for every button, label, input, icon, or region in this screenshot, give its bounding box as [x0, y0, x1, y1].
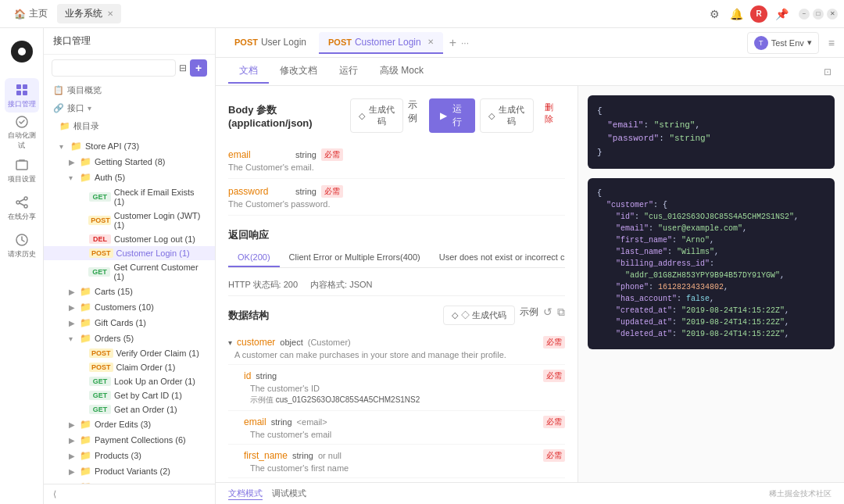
resp-tab-200[interactable]: OK(200)	[228, 248, 280, 267]
sidebar-item-interface[interactable]: 接口管理	[5, 78, 39, 113]
close-customer-login-tab-icon[interactable]: ✕	[427, 38, 434, 46]
tree-item-gift-cards[interactable]: ▶ 📁 Gift Cards (1)	[44, 315, 215, 331]
run-icon: ▶	[440, 110, 447, 121]
tree-item-claim-order[interactable]: ▶ POST Claim Order (1)	[44, 360, 215, 374]
struct-gen-code-label: ◇ 生成代码	[461, 309, 506, 321]
collapse-icon[interactable]: ⟨	[53, 489, 56, 499]
env-selector[interactable]: T Test Env ▾	[747, 32, 819, 54]
run-button[interactable]: ▶ 运行	[429, 98, 475, 133]
user-avatar[interactable]: R	[750, 5, 767, 23]
http-status: HTTP 状态码: 200	[228, 279, 298, 291]
sidebar-item-history[interactable]: 请求历史	[5, 228, 39, 263]
tree-item-products[interactable]: ▶ 📁 Products (3)	[44, 448, 215, 463]
response-code-block: { "customer": { "id": "cus_01G2S63OJ8C85…	[588, 178, 835, 349]
close-tab-icon[interactable]: ✕	[107, 9, 113, 18]
badge-get-by-cart: GET	[89, 391, 111, 400]
code-key-email: "email"	[597, 120, 643, 130]
close-button[interactable]: ✕	[827, 9, 838, 20]
resp-tab-400[interactable]: Client Error or Multiple Errors(400)	[280, 248, 430, 267]
customer-expand-arrow[interactable]: ▾	[228, 338, 232, 347]
tree-item-store-api[interactable]: ▾ 📁 Store API (73)	[44, 138, 215, 154]
tree-item-customer-login[interactable]: ▶ POST Customer Login (1)	[44, 246, 215, 260]
struct-reset-icon[interactable]: ↺	[543, 306, 553, 325]
gear-icon[interactable]: ⚙	[706, 6, 722, 22]
main-layout: 接口管理 自动化测试 项目设置 在线分享 请求历史	[0, 28, 844, 504]
tree-item-getting-started[interactable]: ▶ 📁 Getting Started (8)	[44, 154, 215, 170]
param-password-type: string	[295, 187, 316, 196]
minimize-button[interactable]: −	[799, 9, 810, 20]
topbar-icons: ⚙ 🔔 R 📌	[706, 5, 789, 23]
text-mode-label[interactable]: 文档模式	[228, 488, 263, 500]
struct-field-id: id string 必需 The customer's ID 示例值 cus_0…	[228, 365, 565, 411]
struct-header: 数据结构 ◇ ◇ 生成代码 示例 ↺ ⧉	[228, 306, 565, 325]
generate-code-button[interactable]: ◇ 生成代码	[350, 98, 404, 133]
tree-item-verify-order[interactable]: ▶ POST Verify Order Claim (1)	[44, 346, 215, 360]
delete-button[interactable]: 删除	[538, 98, 565, 133]
more-tabs-icon[interactable]: ···	[461, 38, 469, 48]
api-tab-customer-login[interactable]: POST Customer Login ✕	[319, 32, 443, 54]
env-chevron-icon: ▾	[807, 38, 812, 48]
search-input[interactable]	[52, 59, 176, 77]
tree-item-get-by-cart[interactable]: ▶ GET Get by Cart ID (1)	[44, 388, 215, 402]
tree-item-customer-login-jwt[interactable]: ▶ POST Customer Login (JWT) (1)	[44, 209, 215, 232]
gen-code-button-2[interactable]: ◇ 生成代码	[480, 98, 534, 133]
sub-tab-run[interactable]: 运行	[328, 59, 369, 84]
chevron-down-icon[interactable]: ▾	[88, 104, 91, 113]
home-tab[interactable]: 🏠 主页	[6, 4, 55, 23]
field-name-customer: customer	[237, 337, 275, 348]
add-tab-icon[interactable]: +	[449, 36, 456, 50]
code-icon-2: ◇	[488, 111, 495, 121]
tree-item-customer-logout[interactable]: ▶ DEL Customer Log out (1)	[44, 232, 215, 246]
leftnav-search-bar: ⊟ +	[44, 55, 215, 81]
sub-tab-advanced-mock[interactable]: 高级 Mock	[369, 59, 435, 84]
pin-icon[interactable]: 📌	[774, 6, 789, 22]
arrow-carts: ▶	[69, 288, 77, 296]
arrow-store-api: ▾	[59, 142, 67, 151]
active-tab[interactable]: 业务系统 ✕	[57, 4, 121, 23]
badge-post-verify-order: POST	[89, 349, 113, 358]
bell-icon[interactable]: 🔔	[728, 6, 744, 22]
maximize-button[interactable]: □	[813, 9, 824, 20]
svg-point-7	[16, 201, 20, 204]
tree-item-order-edits[interactable]: ▶ 📁 Order Edits (3)	[44, 416, 215, 432]
overview-label[interactable]: 项目概览	[67, 84, 102, 96]
sub-tab-modify[interactable]: 修改文档	[269, 59, 328, 84]
tree-item-look-up-order[interactable]: ▶ GET Look Up an Order (1)	[44, 374, 215, 388]
struct-field-email-row: email string <email> 必需	[244, 416, 565, 428]
tree-item-get-an-order[interactable]: ▶ GET Get an Order (1)	[44, 402, 215, 416]
tree-item-product-variants[interactable]: ▶ 📁 Product Variants (2)	[44, 463, 215, 479]
sidebar-item-project[interactable]: 项目设置	[5, 153, 39, 188]
resp-tab-401[interactable]: User does not exist or incorrect creden.…	[430, 248, 565, 267]
share-icon	[14, 195, 30, 210]
field-name-firstname: first_name	[244, 450, 288, 461]
tree-item-check-email[interactable]: ▶ GET Check if Email Exists (1)	[44, 185, 215, 209]
struct-gen-code-button[interactable]: ◇ ◇ 生成代码	[443, 306, 515, 325]
struct-copy-icon[interactable]: ⧉	[557, 306, 565, 325]
code-line-1: {	[597, 106, 603, 116]
svg-rect-0	[16, 84, 21, 89]
badge-get-current: GET	[88, 267, 110, 277]
tree-item-customers[interactable]: ▶ 📁 Customers (10)	[44, 299, 215, 315]
interface-label[interactable]: 接口	[67, 102, 84, 114]
menu-icon[interactable]: ≡	[828, 37, 835, 49]
expand-icon[interactable]: ⊡	[824, 66, 831, 77]
api-tab-user-login[interactable]: POST User Login	[225, 32, 316, 54]
tree-item-get-current-customer[interactable]: ▶ GET Get Current Customer (1)	[44, 260, 215, 284]
arrow-orders: ▾	[69, 334, 77, 343]
field-example-id-value: cus_01G2S63OJ8C85S4A5CHM2S1NS2	[276, 395, 420, 404]
sidebar-item-share[interactable]: 在线分享	[5, 191, 39, 225]
tree-item-auth[interactable]: ▾ 📁 Auth (5)	[44, 170, 215, 185]
tree-item-carts[interactable]: ▶ 📁 Carts (15)	[44, 284, 215, 299]
sub-tab-docs[interactable]: 文档	[228, 59, 269, 84]
param-email-name: email	[228, 149, 291, 160]
data-structure-section: 数据结构 ◇ ◇ 生成代码 示例 ↺ ⧉	[228, 306, 565, 478]
sub-tabs-bar: 文档 修改文档 运行 高级 Mock ⊡	[216, 58, 844, 86]
tree-item-orders[interactable]: ▾ 📁 Orders (5)	[44, 331, 215, 346]
filter-icon[interactable]: ⊟	[179, 63, 187, 73]
debug-mode-label[interactable]: 调试模式	[272, 488, 306, 499]
arrow-payment-collections: ▶	[69, 436, 77, 445]
root-label[interactable]: 根目录	[73, 120, 99, 132]
sidebar-item-automation[interactable]: 自动化测试	[5, 116, 39, 150]
add-button[interactable]: +	[190, 59, 207, 77]
tree-item-payment-collections[interactable]: ▶ 📁 Payment Collections (6)	[44, 432, 215, 448]
